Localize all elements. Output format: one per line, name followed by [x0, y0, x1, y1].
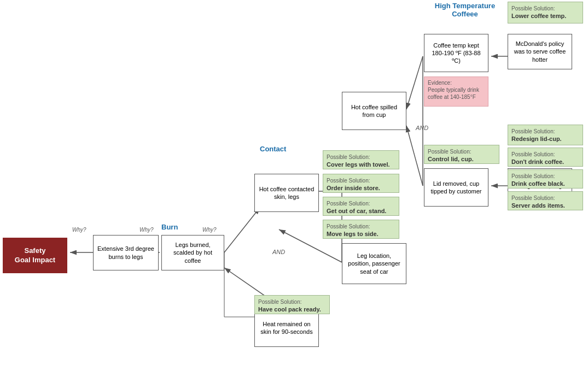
control-lid-bold: Control lid, cup. — [428, 156, 474, 162]
solution-cool-pack: Possible Solution: Have cool pack ready. — [254, 295, 330, 314]
lower-temp-bold: Lower coffee temp. — [511, 13, 566, 19]
solution-move-legs: Possible Solution: Move legs to side. — [323, 220, 399, 239]
redesign-lid-label: Possible Solution: — [511, 128, 555, 134]
heat-remained-box: Heat remained on skin for 90-seconds — [254, 309, 319, 347]
safety-goal-line2: Goal Impact — [15, 256, 55, 264]
evidence-box: Evidence:People typically drink coffee a… — [424, 76, 488, 107]
drink-black-bold: Drink coffee black. — [511, 180, 565, 187]
why-label-1: Why? — [72, 227, 86, 233]
get-out-bold: Get out of car, stand. — [327, 208, 386, 214]
contact-title: Contact — [260, 145, 286, 153]
legs-burned-text: Legs burned, scalded by hot coffee — [165, 241, 220, 264]
hot-coffee-spilled-box: Hot coffee spilled from cup — [342, 92, 406, 130]
coffee-temp-box: Coffee temp kept 180-190 ºF (83-88 ºC) — [424, 34, 488, 72]
legs-burned-box: Legs burned, scalded by hot coffee — [161, 235, 224, 270]
cover-legs-label: Possible Solution: — [327, 154, 370, 160]
order-inside-bold: Order inside store. — [327, 185, 380, 191]
move-legs-label: Possible Solution: — [327, 223, 370, 229]
solution-control-lid: Possible Solution: Control lid, cup. — [424, 145, 499, 164]
safety-goal-line1: Safety — [24, 246, 45, 255]
safety-goal-box: Safety Goal Impact — [3, 238, 67, 273]
control-lid-label: Possible Solution: — [428, 149, 471, 155]
lid-removed-box: Lid removed, cup tipped by customer — [424, 168, 488, 207]
svg-line-7 — [406, 56, 423, 109]
hot-coffee-contacted-text: Hot coffee contacted skin, legs — [258, 185, 315, 201]
extensive-burns-box: Extensive 3rd degree burns to legs — [93, 235, 159, 270]
and-text-1: AND — [272, 249, 285, 255]
solution-dont-drink: Possible Solution: Don't drink coffee. — [508, 148, 583, 167]
diagram: High Temperature Coffeee Safety Goal Imp… — [0, 0, 588, 365]
mcdonalds-policy-text: McDonald's policy was to serve coffee ho… — [511, 40, 568, 63]
redesign-lid-bold: Redesign lid-cup. — [511, 136, 562, 142]
order-inside-label: Possible Solution: — [327, 178, 370, 184]
coffee-temp-text: Coffee temp kept 180-190 ºF (83-88 ºC) — [428, 42, 485, 65]
mcdonalds-policy-box: McDonald's policy was to serve coffee ho… — [508, 34, 572, 69]
solution-order-inside: Possible Solution: Order inside store. — [323, 174, 399, 193]
move-legs-bold: Move legs to side. — [327, 231, 379, 237]
svg-line-8 — [406, 126, 423, 186]
why-label-3: Why? — [202, 227, 217, 233]
solution-redesign-lid: Possible Solution: Redesign lid-cup. — [508, 125, 583, 145]
dont-drink-label: Possible Solution: — [511, 151, 555, 157]
solution-cover-legs: Possible Solution: Cover legs with towel… — [323, 150, 399, 169]
burn-title: Burn — [161, 223, 178, 231]
heat-remained-text: Heat remained on skin for 90-seconds — [258, 320, 315, 336]
cool-pack-bold: Have cool pack ready. — [258, 306, 321, 313]
solution-lower-temp: Possible Solution: Lower coffee temp. — [508, 2, 583, 23]
evidence-text: Evidence:People typically drink coffee a… — [428, 80, 479, 100]
and-text-2: AND — [416, 125, 428, 131]
lid-removed-text: Lid removed, cup tipped by customer — [428, 180, 485, 196]
leg-location-box: Leg location, position, passenger seat o… — [342, 243, 406, 284]
cool-pack-label: Possible Solution: — [258, 299, 302, 305]
high-temp-line1: High Temperature — [435, 2, 495, 10]
solution-server-adds: Possible Solution: Server adds items. — [508, 191, 583, 210]
cover-legs-bold: Cover legs with towel. — [327, 161, 390, 168]
leg-location-text: Leg location, position, passenger seat o… — [346, 252, 403, 275]
lower-temp-label: Possible Solution: — [511, 5, 555, 11]
server-adds-label: Possible Solution: — [511, 195, 555, 201]
extensive-burns-text: Extensive 3rd degree burns to legs — [97, 245, 155, 261]
drink-black-label: Possible Solution: — [511, 173, 555, 179]
solution-drink-black: Possible Solution: Drink coffee black. — [508, 169, 583, 189]
svg-line-3 — [224, 208, 260, 252]
hot-coffee-contacted-box: Hot coffee contacted skin, legs — [254, 174, 319, 212]
server-adds-bold: Server adds items. — [511, 202, 565, 209]
hot-coffee-spilled-text: Hot coffee spilled from cup — [346, 103, 403, 119]
why-label-2: Why? — [139, 227, 154, 233]
high-temp-line2: Coffeee — [452, 10, 478, 18]
high-temp-title: High Temperature Coffeee — [421, 2, 509, 18]
solution-get-out: Possible Solution: Get out of car, stand… — [323, 197, 399, 216]
safety-goal-text: Safety Goal Impact — [15, 246, 55, 265]
get-out-label: Possible Solution: — [327, 201, 370, 207]
dont-drink-bold: Don't drink coffee. — [511, 158, 564, 165]
